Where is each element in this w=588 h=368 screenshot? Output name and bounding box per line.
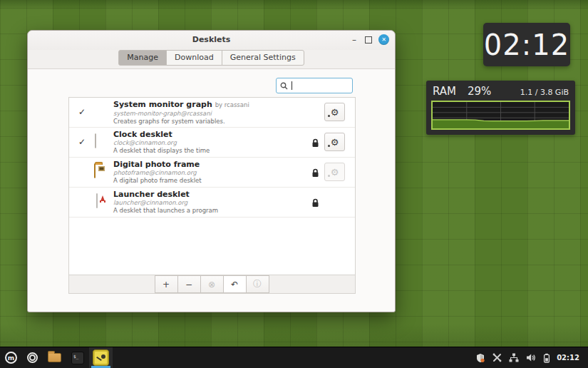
desklet-description: A desklet that launches a program (113, 207, 218, 215)
ram-label: RAM (433, 85, 456, 98)
window-body: ✓ System monitor graph by rcassani syste… (28, 68, 395, 312)
minimize-button[interactable]: – (350, 35, 359, 45)
desklet-description: A digital photo frame desklet (113, 177, 202, 185)
desklet-title: Launcher desklet (113, 190, 218, 199)
network-icon (509, 353, 519, 362)
desklet-description: Creates graphs for system variables. (113, 118, 249, 126)
update-manager-tray[interactable] (472, 347, 489, 368)
lock-icon (311, 167, 319, 180)
lock-icon (311, 137, 319, 150)
search-input[interactable] (276, 78, 353, 93)
clock-desklet-icon (94, 134, 110, 150)
uninstall-button[interactable]: ⊗ (200, 275, 224, 293)
window-controls: – ✕ (350, 34, 389, 45)
desklet-uuid: clock@cinnamon.org (113, 139, 210, 146)
gear-icon: ⚙ (331, 168, 339, 177)
ram-graph (431, 101, 570, 130)
ram-graph-svg (433, 102, 569, 128)
launcher-files[interactable] (43, 347, 66, 368)
lock-icon (311, 197, 319, 210)
menu-button[interactable]: m (0, 347, 22, 368)
system-monitor-icon (94, 104, 110, 120)
desklet-uuid: photoframe@cinnamon.org (113, 169, 202, 176)
volume-tray[interactable] (522, 347, 540, 368)
desktop: 02:12 RAM 29% 1.1 / 3.8 GiB Desklets (0, 0, 588, 368)
ram-monitor-desklet[interactable]: RAM 29% 1.1 / 3.8 GiB (426, 81, 575, 135)
tab-download[interactable]: Download (166, 50, 222, 66)
launcher-web-browser[interactable] (22, 347, 43, 368)
terminal-icon: $_ (71, 352, 84, 364)
mint-logo-icon: m (5, 352, 17, 364)
tab-manage[interactable]: Manage (118, 50, 167, 66)
power-tray[interactable] (540, 347, 554, 368)
photo-frame-icon (94, 164, 110, 180)
enabled-check-icon: ✓ (78, 107, 86, 117)
ram-usage: 1.1 / 3.8 GiB (520, 88, 569, 97)
desklet-title: Digital photo frame (113, 160, 202, 169)
list-item-digital-photo-frame[interactable]: Digital photo frame photoframe@cinnamon.… (69, 158, 355, 188)
gear-icon: ⚙ (331, 108, 339, 117)
restore-button[interactable]: ↶ (223, 275, 247, 293)
tab-bar: Manage Download General Settings (28, 50, 395, 68)
desklet-list: ✓ System monitor graph by rcassani syste… (68, 97, 356, 275)
search-icon (280, 82, 288, 90)
list-item-launcher-desklet[interactable]: Launcher desklet launcher@cinnamon.org A… (69, 188, 355, 218)
volume-icon (526, 353, 536, 362)
list-toolbar: + − ⊗ ↶ ⓘ (68, 275, 356, 294)
desklets-app-icon (93, 349, 109, 366)
maximize-button[interactable] (365, 36, 372, 44)
configure-button[interactable]: ⚙ (324, 163, 345, 181)
clock-desklet-time: 02:12 (484, 29, 569, 61)
configure-button[interactable]: ⚙ (324, 133, 345, 151)
ram-percent: 29% (468, 85, 491, 98)
desklets-window: Desklets – ✕ Manage Download General Set… (27, 30, 396, 312)
add-button[interactable]: + (155, 275, 178, 293)
clock-desklet[interactable]: 02:12 (483, 23, 570, 66)
desklet-title: System monitor graph (113, 100, 212, 109)
browser-icon (27, 352, 38, 363)
list-item-clock-desklet[interactable]: ✓ Clock desklet clock@cinnamon.org A des… (69, 128, 355, 158)
gear-icon: ⚙ (331, 138, 339, 147)
launcher-icon (94, 194, 110, 210)
text-caret (292, 81, 292, 90)
info-button[interactable]: ⓘ (246, 275, 269, 293)
titlebar[interactable]: Desklets – ✕ (28, 31, 395, 50)
network-tray[interactable] (505, 347, 522, 368)
folder-icon (48, 353, 61, 362)
battery-icon (543, 353, 550, 363)
desklet-uuid: system-monitor-graph@rcassani (113, 110, 249, 117)
taskbar-clock[interactable]: 02:12 (554, 354, 584, 362)
list-item-system-monitor-graph[interactable]: ✓ System monitor graph by rcassani syste… (69, 98, 355, 128)
remove-button[interactable]: − (177, 275, 201, 293)
taskbar: m $_ (0, 347, 588, 368)
configure-button[interactable]: ⚙ (324, 103, 345, 121)
desklet-title: Clock desklet (113, 130, 210, 139)
enabled-check-icon: ✓ (78, 137, 86, 147)
ram-desklet-header: RAM 29% 1.1 / 3.8 GiB (426, 81, 575, 100)
launcher-terminal[interactable]: $_ (66, 347, 89, 368)
desklet-uuid: launcher@cinnamon.org (113, 199, 218, 206)
tab-general-settings[interactable]: General Settings (222, 50, 304, 66)
desklet-description: A desklet that displays the time (113, 147, 210, 155)
taskbar-active-window-desklets[interactable] (89, 347, 113, 368)
desklet-byline: by rcassani (215, 101, 249, 108)
close-button[interactable]: ✕ (378, 34, 389, 45)
window-title: Desklets (28, 35, 395, 44)
update-shield-icon (475, 353, 485, 363)
x-tool-icon (492, 353, 502, 362)
xapp-status-tray[interactable] (489, 347, 505, 368)
